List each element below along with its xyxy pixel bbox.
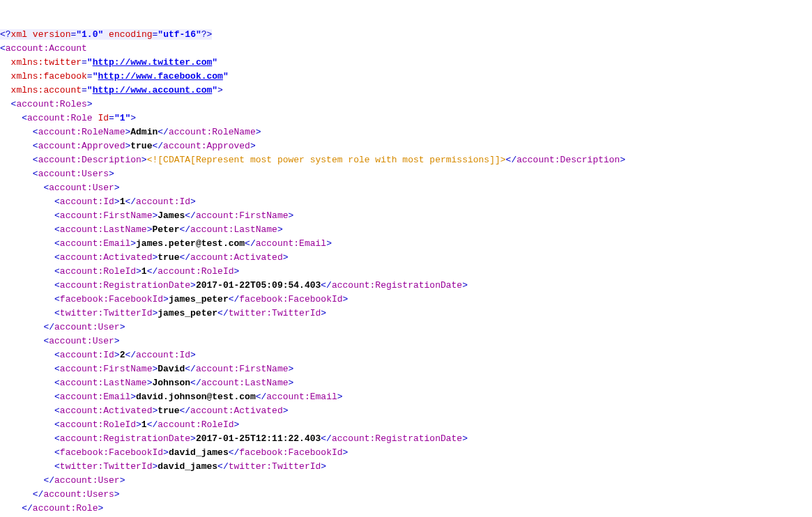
role-close: account:Role [33, 503, 98, 514]
u2-ri: 1 [141, 419, 147, 430]
ns-account-attr: xmlns:account [11, 85, 82, 95]
u2-ac-open: account:Activated [60, 406, 153, 416]
u2-fn-open: account:FirstName [60, 364, 153, 374]
u2-ln: Johnson [152, 378, 190, 388]
role-id-attr: Id [98, 113, 109, 123]
u1-tw: james_peter [158, 308, 217, 318]
u1-ln: Peter [152, 224, 179, 235]
role-id-val: 1 [120, 113, 125, 123]
users-close: account:Users [43, 489, 114, 500]
u1-em-close: account:Email [256, 238, 326, 249]
rolename-value: Admin [130, 127, 158, 137]
user2-close: account:User [54, 475, 120, 486]
cdata-content: Represent most power system role with mo… [196, 155, 489, 165]
u2-rd-open: account:RegistrationDate [60, 433, 190, 444]
u1-ri-open: account:RoleId [60, 266, 136, 277]
u1-rd-open: account:RegistrationDate [60, 280, 190, 291]
root-open: account:Account [6, 43, 87, 54]
u1-fn-open: account:FirstName [60, 210, 153, 221]
ns-twitter-attr: xmlns:twitter [11, 57, 82, 68]
u2-ac-close: account:Activated [190, 406, 283, 416]
xml-encoding: utf-16 [163, 29, 196, 40]
u2-ri-close: account:RoleId [158, 419, 233, 430]
u2-ac: true [158, 406, 179, 416]
users-open: account:Users [38, 169, 109, 179]
description-open: account:Description [38, 155, 141, 165]
ns-account-url[interactable]: http://www.account.com [93, 85, 213, 95]
u1-id-open: account:Id [60, 196, 114, 207]
approved-open: account:Approved [38, 141, 125, 151]
u1-ri-close: account:RoleId [158, 266, 233, 277]
role-open: account:Role [27, 113, 93, 123]
ns-twitter-url[interactable]: http://www.twitter.com [93, 57, 213, 68]
u2-tw: david_james [158, 461, 217, 472]
u1-fn: James [158, 210, 185, 221]
u1-ac-open: account:Activated [60, 252, 153, 263]
xml-document: <?xml version="1.0" encoding="utf-16"?> … [0, 28, 812, 517]
u1-rd-close: account:RegistrationDate [332, 280, 462, 291]
u2-ri-open: account:RoleId [60, 419, 136, 430]
u2-ln-close: account:LastName [201, 378, 289, 388]
u1-ac-close: account:Activated [190, 252, 283, 263]
u2-fn: David [158, 364, 185, 374]
description-close: account:Description [516, 155, 620, 165]
u1-tw-open: twitter:TwitterId [60, 308, 153, 318]
u1-fb: james_peter [169, 294, 229, 304]
u1-ln-close: account:LastName [190, 224, 277, 235]
u2-fb-close: facebook:FacebookId [239, 447, 342, 458]
u2-em-close: account:Email [266, 392, 337, 402]
ns-facebook-attr: xmlns:facebook [11, 71, 87, 82]
u2-fb: david_james [169, 447, 229, 458]
xml-declaration: <?xml version="1.0" encoding="utf-16"?> [0, 29, 212, 40]
u1-ri: 1 [141, 266, 147, 277]
u2-em-open: account:Email [60, 392, 130, 402]
cdata-close: ]]> [489, 155, 505, 165]
u1-tw-close: twitter:TwitterId [229, 308, 321, 318]
user1-close: account:User [54, 322, 120, 332]
u1-em-open: account:Email [60, 238, 130, 249]
u1-ln-open: account:LastName [60, 224, 147, 235]
roles-open: account:Roles [16, 99, 86, 109]
cdata-open: <![CDATA[ [147, 155, 196, 165]
u2-tw-open: twitter:TwitterId [60, 461, 153, 472]
u1-rd: 2017-01-22T05:09:54.403 [196, 280, 321, 291]
u2-fb-open: facebook:FacebookId [60, 447, 163, 458]
u1-id-close: account:Id [136, 196, 190, 207]
u2-id-close: account:Id [136, 350, 190, 360]
u1-fn-close: account:FirstName [196, 210, 289, 221]
xml-version: 1.0 [82, 29, 98, 40]
u2-tw-close: twitter:TwitterId [229, 461, 321, 472]
u2-fn-close: account:FirstName [196, 364, 289, 374]
u1-fb-close: facebook:FacebookId [239, 294, 342, 304]
user1-open: account:User [49, 183, 114, 193]
u1-ac: true [158, 252, 179, 263]
rolename-close: account:RoleName [169, 127, 256, 137]
u1-em: james.peter@test.com [136, 238, 245, 249]
u2-rd: 2017-01-25T12:11:22.403 [196, 433, 321, 444]
user2-open: account:User [49, 336, 114, 346]
u2-em: david.johnson@test.com [136, 392, 256, 402]
ns-facebook-url[interactable]: http://www.facebook.com [98, 71, 222, 82]
u2-ln-open: account:LastName [60, 378, 147, 388]
approved-close: account:Approved [163, 141, 250, 151]
u2-id-open: account:Id [60, 350, 114, 360]
u2-rd-close: account:RegistrationDate [332, 433, 462, 444]
approved-value: true [130, 141, 152, 151]
rolename-open: account:RoleName [38, 127, 125, 137]
u1-fb-open: facebook:FacebookId [60, 294, 163, 304]
